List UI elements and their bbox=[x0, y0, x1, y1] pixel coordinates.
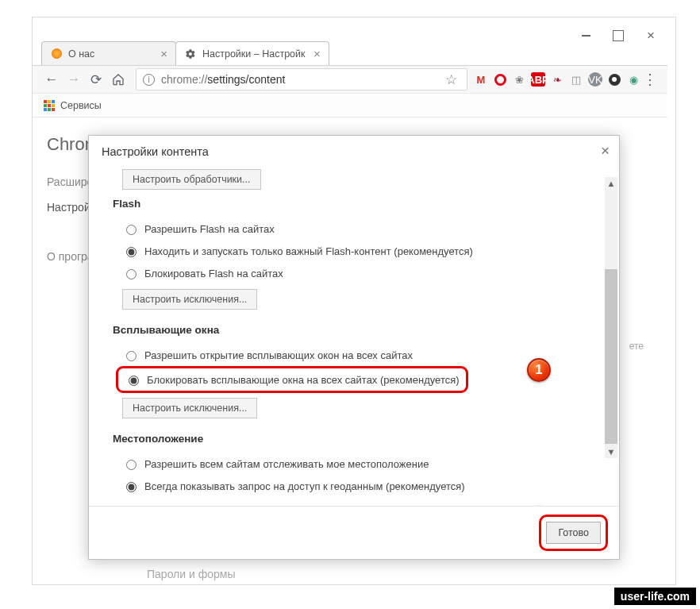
faded-text-bottom: Пароли и формы bbox=[147, 568, 235, 580]
tab-title: Настройки – Настройки bbox=[202, 48, 306, 60]
compass-icon[interactable] bbox=[607, 72, 621, 87]
location-allow-radio[interactable]: Разрешить всем сайтам отслеживать мое ме… bbox=[113, 453, 590, 475]
shell-icon[interactable]: ❧ bbox=[550, 72, 564, 87]
eye-icon[interactable]: ◉ bbox=[626, 72, 640, 87]
flash-exceptions-button[interactable]: Настроить исключения... bbox=[122, 289, 257, 310]
vk-icon[interactable]: VK bbox=[588, 72, 602, 87]
configure-handlers-button[interactable]: Настроить обработчики... bbox=[122, 169, 261, 190]
tab-favicon-gear-icon bbox=[184, 48, 197, 60]
faded-text-right: ете bbox=[629, 341, 644, 352]
chrome-menu-button[interactable]: ⋮ bbox=[640, 77, 660, 82]
dialog-title: Настройки контента bbox=[102, 145, 209, 158]
popups-exceptions-button[interactable]: Настроить исключения... bbox=[122, 398, 257, 418]
omnibox[interactable]: i chrome://settings/content ☆ bbox=[136, 68, 467, 91]
adblock-icon[interactable]: ABP bbox=[531, 72, 545, 87]
window-maximize-button[interactable] bbox=[613, 30, 624, 41]
tabstrip: О нас × Настройки – Настройки × bbox=[41, 40, 329, 65]
bookmark-star-icon[interactable]: ☆ bbox=[442, 71, 460, 88]
tab-close-icon[interactable]: × bbox=[306, 47, 321, 60]
gmail-icon[interactable]: M bbox=[474, 72, 488, 87]
opera-icon[interactable] bbox=[493, 72, 507, 87]
highlight-popups-block: Блокировать всплывающие окна на всех сай… bbox=[116, 366, 468, 393]
window-minimize-button[interactable] bbox=[580, 30, 591, 41]
dialog-footer: Готово bbox=[89, 506, 619, 559]
reload-button[interactable]: ⟳ bbox=[85, 68, 107, 91]
content-settings-dialog: Настройки контента × Настроить обработчи… bbox=[88, 135, 620, 560]
toolbar: ← → ⟳ i chrome://settings/content ☆ M ❀ … bbox=[33, 65, 667, 94]
popups-group: Всплывающие окна Разрешить открытие вспл… bbox=[113, 324, 590, 418]
flash-block-radio[interactable]: Блокировать Flash на сайтах bbox=[113, 262, 590, 284]
paw-icon[interactable]: ❀ bbox=[512, 72, 526, 87]
done-button[interactable]: Готово bbox=[546, 522, 601, 544]
dialog-scrollbar[interactable]: ▲ ▼ bbox=[605, 177, 617, 458]
window-controls: × bbox=[580, 30, 656, 41]
highlight-done-button: Готово bbox=[539, 515, 608, 551]
location-group: Местоположение Разрешить всем сайтам отс… bbox=[113, 433, 590, 497]
popups-allow-radio[interactable]: Разрешить открытие всплывающих окон на в… bbox=[113, 344, 590, 366]
tab-settings[interactable]: Настройки – Настройки × bbox=[175, 41, 329, 65]
extension-icons: M ❀ ABP ❧ ◫ VK ◉ bbox=[474, 72, 640, 87]
dialog-header: Настройки контента × bbox=[89, 136, 619, 163]
window-close-button[interactable]: × bbox=[645, 30, 656, 41]
back-button[interactable]: ← bbox=[40, 68, 63, 91]
scroll-thumb[interactable] bbox=[605, 269, 617, 444]
tab-title: О нас bbox=[68, 48, 94, 60]
cube-icon[interactable]: ◫ bbox=[569, 72, 583, 87]
site-info-icon[interactable]: i bbox=[143, 74, 155, 86]
watermark: user-life.com bbox=[614, 588, 696, 605]
tab-favicon-orange-icon bbox=[50, 48, 63, 60]
scroll-down-icon[interactable]: ▼ bbox=[605, 445, 617, 458]
forward-button[interactable]: → bbox=[63, 68, 85, 91]
popups-heading: Всплывающие окна bbox=[113, 324, 590, 336]
location-ask-radio[interactable]: Всегда показывать запрос на доступ к гео… bbox=[113, 475, 590, 497]
scroll-up-icon[interactable]: ▲ bbox=[605, 177, 617, 190]
flash-detect-radio[interactable]: Находить и запускать только важный Flash… bbox=[113, 240, 590, 262]
apps-label[interactable]: Сервисы bbox=[60, 100, 102, 111]
callout-marker-1: 1 bbox=[527, 358, 551, 382]
tab-about-us[interactable]: О нас × bbox=[41, 41, 176, 65]
dialog-body: Настроить обработчики... Flash Разрешить… bbox=[89, 163, 619, 506]
flash-heading: Flash bbox=[113, 198, 590, 210]
flash-allow-radio[interactable]: Разрешить Flash на сайтах bbox=[113, 218, 590, 240]
tab-close-icon[interactable]: × bbox=[152, 47, 167, 60]
popups-block-radio[interactable]: Блокировать всплывающие окна на всех сай… bbox=[123, 370, 461, 389]
location-heading: Местоположение bbox=[113, 433, 590, 445]
home-button[interactable] bbox=[107, 68, 129, 91]
dialog-close-button[interactable]: × bbox=[601, 142, 610, 160]
apps-grid-icon[interactable] bbox=[44, 100, 55, 111]
bookmarks-bar: Сервисы bbox=[33, 94, 667, 118]
url-display: chrome://settings/content bbox=[161, 73, 442, 86]
flash-group: Flash Разрешить Flash на сайтах Находить… bbox=[113, 198, 590, 310]
